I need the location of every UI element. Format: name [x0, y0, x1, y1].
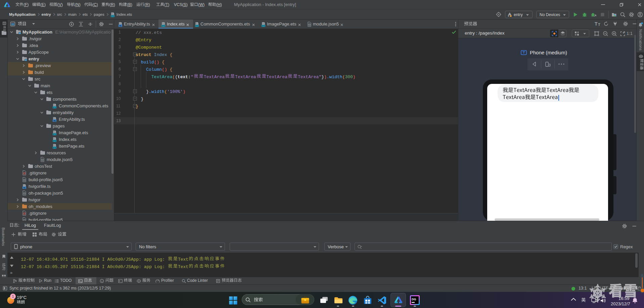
svg-text:DG: DG — [412, 298, 416, 301]
svg-text:ETS: ETS — [195, 25, 198, 27]
svg-text:ETS: ETS — [53, 147, 56, 149]
svg-text:TS: TS — [23, 187, 26, 189]
svg-text:TS: TS — [119, 25, 122, 27]
svg-text:ETS: ETS — [162, 25, 165, 27]
svg-text:ETS: ETS — [53, 134, 56, 135]
svg-text:ETS: ETS — [53, 107, 56, 108]
svg-text:ETS: ETS — [262, 25, 265, 27]
svg-text:ETS: ETS — [111, 15, 114, 17]
svg-text:TS: TS — [53, 120, 56, 122]
svg-text:ETS: ETS — [53, 140, 56, 142]
